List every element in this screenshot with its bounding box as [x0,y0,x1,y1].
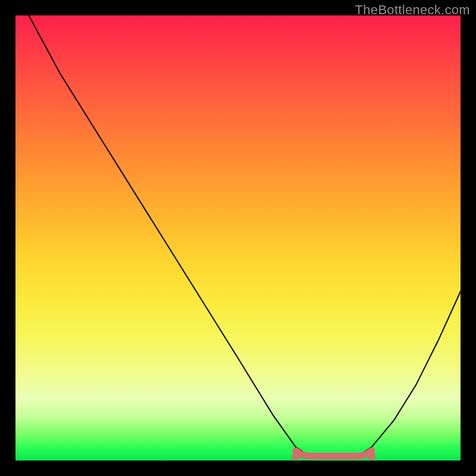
sweet-spot-segment [296,451,371,456]
bottleneck-curve [29,15,461,456]
bottleneck-chart [15,15,461,461]
watermark-text: TheBottleneck.com [355,2,470,18]
chart-svg [15,15,461,461]
sweet-spot-end-dot [368,452,375,460]
sweet-spot-start-dot [292,452,300,460]
